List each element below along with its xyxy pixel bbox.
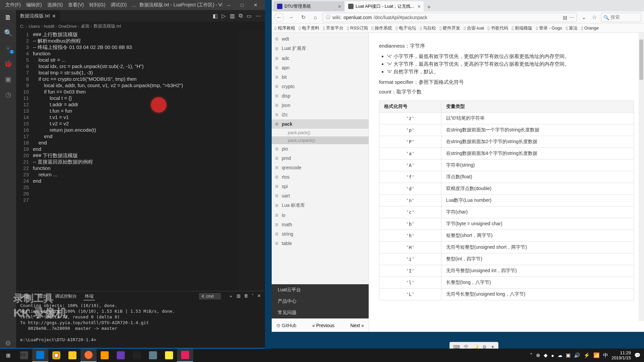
panel-tab-debug[interactable]: 调试控制台	[54, 293, 78, 300]
taskbar-app[interactable]	[113, 349, 129, 362]
start-button[interactable]: ⊞	[0, 349, 16, 362]
test-icon[interactable]: ◷	[3, 90, 13, 99]
sidebar-item[interactable]: pmd	[272, 154, 369, 163]
bookmark-star-icon[interactable]: ☆	[590, 14, 598, 20]
browser-tab[interactable]: DTU管理系统 ✕	[274, 1, 344, 11]
panel-tab-output[interactable]: 输出	[37, 293, 48, 300]
kill-terminal-icon[interactable]: 🗑	[244, 293, 248, 299]
editor-tab[interactable]: 数据流模版.txt ✕	[16, 10, 60, 22]
taskbar-app[interactable]	[145, 349, 161, 362]
more-icon[interactable]: ⋯	[256, 13, 261, 19]
notification-icon[interactable]: 💬	[634, 352, 641, 358]
search-icon[interactable]: 🔍	[3, 28, 13, 38]
scm-icon[interactable]: ⑂	[3, 44, 13, 53]
bookmark-item[interactable]: ▯书签代码	[487, 25, 508, 31]
footer-link[interactable]: 产品中心	[272, 296, 369, 307]
sidebar-item[interactable]: crypto	[272, 82, 369, 91]
layout-icon[interactable]: ▭	[247, 13, 252, 19]
compare-icon[interactable]: ◧	[213, 13, 218, 19]
tab-close-icon[interactable]: ✕	[52, 13, 56, 19]
bookmark-item[interactable]: ▯前端模版	[512, 25, 532, 31]
taskbar-app-vscode[interactable]	[32, 349, 48, 362]
tray-icon[interactable]: ▣	[566, 352, 571, 358]
menu-view[interactable]: 查看(V)	[65, 2, 87, 8]
tray-network-icon[interactable]: 📶	[593, 352, 600, 358]
browser-tab-active[interactable]: Luat API接口 - Luat，让无线... ✕	[345, 1, 424, 11]
reader-icon[interactable]: ▤	[563, 15, 567, 20]
sidebar-item[interactable]: wdt	[272, 34, 369, 44]
tab-close-icon[interactable]: ✕	[417, 4, 421, 9]
minimize-button[interactable]: –	[222, 2, 235, 8]
sidebar-subitem[interactable]: pack.unpack()	[272, 136, 369, 144]
open-changes-icon[interactable]: ⧉	[239, 13, 243, 19]
tray-icon[interactable]: ☁	[557, 352, 562, 358]
sidebar-item[interactable]: spi	[272, 182, 369, 191]
new-tab-button[interactable]: ＋	[424, 2, 434, 11]
minimap[interactable]	[238, 31, 265, 291]
menu-debug[interactable]: 调试(D)	[108, 2, 129, 8]
pocket-icon[interactable]: ⌄	[580, 14, 588, 20]
home-button[interactable]: ⌂	[311, 13, 320, 22]
bookmark-item[interactable]: ▯Orange	[581, 25, 599, 31]
search-box[interactable]: 🔍 搜索	[601, 13, 641, 22]
sidebar-item[interactable]: bit	[272, 72, 369, 82]
sidebar-item[interactable]: json	[272, 101, 369, 110]
split-terminal-icon[interactable]: ▥	[236, 293, 240, 299]
panel-tab-problems[interactable]: 问题	[20, 293, 32, 300]
bookmark-item[interactable]: ▯RSS订阅	[347, 25, 368, 31]
scrollbar[interactable]	[639, 33, 644, 321]
bookmark-item[interactable]: ▯操作系统	[371, 25, 392, 31]
taskbar-app[interactable]	[161, 349, 177, 362]
tray-chevron-icon[interactable]: ˄	[530, 352, 533, 358]
task-view-button[interactable]: ▭	[16, 349, 32, 362]
menu-select[interactable]: 选择(S)	[45, 2, 66, 8]
code-content[interactable]: ### 上行数据流模版-- 解析modbus的例程-- 终端上报指令 01 03…	[33, 31, 265, 291]
split-icon[interactable]: ▥	[230, 13, 235, 19]
maximize-panel-icon[interactable]: ˄	[252, 293, 254, 299]
sidebar-item[interactable]: pio	[272, 144, 369, 154]
github-link[interactable]: ⊙ GitHub	[276, 323, 297, 328]
taskbar-app-recorder[interactable]	[177, 349, 193, 362]
sidebar-item[interactable]: pack	[272, 119, 369, 129]
bookmark-item[interactable]: ▯马拉松	[420, 25, 436, 31]
page-action-icon[interactable]: ⋯	[569, 15, 574, 20]
sidebar-item[interactable]: adc	[272, 54, 369, 63]
tray-power-icon[interactable]: ⚡	[584, 352, 590, 358]
menu-file[interactable]: 文件(F)	[3, 2, 23, 8]
taskbar-app-firefox[interactable]	[80, 349, 97, 362]
panel-tab-terminal[interactable]: 终端	[84, 293, 95, 300]
bookmark-item[interactable]: ▯电子论坛	[395, 25, 416, 31]
sidebar-item[interactable]: Luat 扩展库	[272, 44, 369, 54]
taskbar-app-chrome[interactable]	[48, 349, 64, 362]
extensions-icon[interactable]: ▣	[3, 74, 13, 84]
sidebar-item[interactable]: rtos	[272, 172, 369, 182]
new-terminal-icon[interactable]: ＋	[229, 293, 233, 299]
back-button[interactable]: ←	[274, 13, 284, 22]
close-button[interactable]: ✕	[249, 2, 262, 8]
tab-close-icon[interactable]: ✕	[338, 4, 341, 9]
tray-icon[interactable]: ◆	[544, 352, 548, 358]
bookmark-item[interactable]: ▯开发平台	[323, 25, 343, 31]
sidebar-item[interactable]: qrencode	[272, 163, 369, 172]
sidebar-item[interactable]: uart	[272, 191, 369, 200]
reload-button[interactable]: ↻	[299, 13, 308, 22]
footer-link[interactable]: 常见问题	[272, 307, 369, 318]
terminal-select[interactable]: 4: cmd	[199, 293, 221, 299]
explorer-icon[interactable]: 🗎	[3, 13, 13, 22]
tray-icon[interactable]: ⊕	[536, 352, 540, 358]
debug-icon[interactable]: 🐞	[3, 59, 13, 68]
menu-more[interactable]: …	[129, 2, 140, 8]
taskbar-app-explorer[interactable]	[64, 349, 80, 362]
sidebar-item[interactable]: math	[272, 220, 369, 229]
settings-gear-icon[interactable]: ⚙	[3, 339, 13, 348]
taskbar-app-cmd[interactable]	[129, 349, 145, 362]
next-button[interactable]: Next »	[351, 323, 364, 328]
sidebar-item[interactable]: Lua 标准库	[272, 200, 369, 210]
maximize-button[interactable]: □	[235, 2, 249, 8]
address-bar[interactable]: ⓘ wiki.openluat.com/doc/luatApi/#packunp…	[323, 13, 577, 22]
forward-button[interactable]: →	[286, 13, 296, 22]
tray-ime-icon[interactable]: 中	[603, 352, 608, 359]
taskbar-app[interactable]	[97, 349, 113, 362]
bookmark-item[interactable]: ▯合宙-luat	[464, 25, 484, 31]
bookmark-item[interactable]: ▯硬件开发	[439, 25, 460, 31]
